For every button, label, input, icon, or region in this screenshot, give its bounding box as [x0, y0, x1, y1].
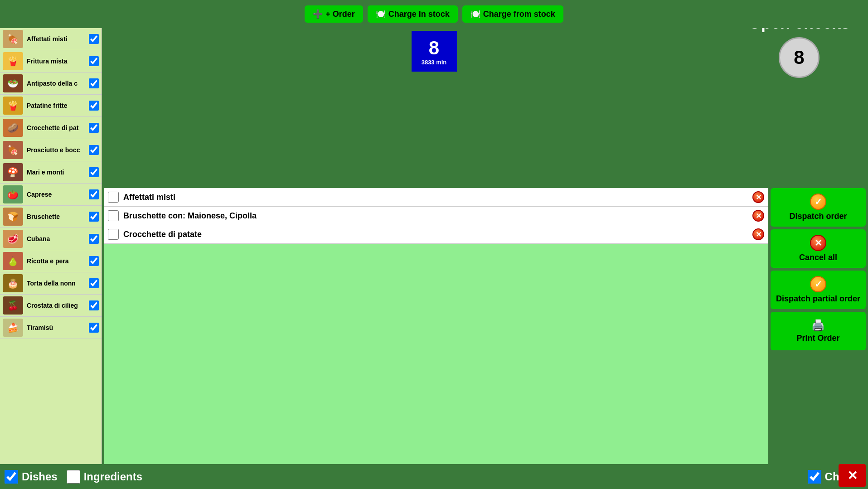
- sidebar-item[interactable]: 🍟Frittura mista: [0, 50, 102, 73]
- dish-name: Affettati misti: [27, 35, 89, 43]
- dispatch-order-button[interactable]: ✓ Dispatch order: [771, 188, 866, 227]
- dish-thumbnail: 🍒: [3, 296, 23, 315]
- open-checks-count: 8: [779, 37, 820, 78]
- order-row-checkbox[interactable]: [108, 210, 119, 221]
- table-indicator: 8 3833 min: [412, 31, 457, 72]
- dish-thumbnail: 🥔: [3, 119, 23, 137]
- dish-checkbox[interactable]: [89, 234, 99, 244]
- dish-name: Tiramisù: [27, 324, 89, 331]
- order-row-delete-button[interactable]: ✕: [752, 228, 765, 241]
- dish-thumbnail: 🍖: [3, 30, 23, 48]
- delete-circle-icon: ✕: [752, 228, 764, 240]
- checks-checkbox[interactable]: [808, 470, 821, 484]
- sidebar-item[interactable]: 🍞Bruschette: [0, 206, 102, 228]
- dish-name: Prosciutto e bocc: [27, 146, 89, 154]
- order-row-delete-button[interactable]: ✕: [752, 209, 765, 222]
- sidebar-item[interactable]: 🍟Patatine fritte: [0, 95, 102, 117]
- dish-checkbox[interactable]: [89, 123, 99, 133]
- dish-checkbox[interactable]: [89, 56, 99, 66]
- cancel-all-button[interactable]: ✕ Cancel all: [771, 229, 866, 268]
- action-buttons-panel: ✓ Dispatch order ✕ Cancel all ✓ Dispatch…: [771, 188, 866, 350]
- dispatch-partial-button[interactable]: ✓ Dispatch partial order: [771, 271, 866, 309]
- charge-from-stock-icon: 🍽️: [470, 9, 480, 19]
- dish-name: Frittura mista: [27, 58, 89, 65]
- plus-icon: ➕: [313, 9, 323, 19]
- cancel-all-label: Cancel all: [799, 253, 837, 262]
- sidebar-item[interactable]: 🍄Mari e monti: [0, 161, 102, 184]
- order-row: Bruschette con: Maionese, Cipolla✕: [104, 207, 768, 225]
- dishes-sidebar[interactable]: 🍖Affettati misti🍟Frittura mista🥗Antipast…: [0, 28, 102, 464]
- charge-from-stock-label: Charge from stock: [483, 10, 555, 19]
- dispatch-order-check-icon: ✓: [810, 194, 826, 210]
- dish-checkbox[interactable]: [89, 189, 99, 199]
- dishes-checkbox[interactable]: [5, 470, 18, 484]
- ingredients-filter[interactable]: Ingredients: [67, 470, 142, 484]
- dispatch-order-label: Dispatch order: [789, 212, 847, 221]
- dish-name: Caprese: [27, 191, 89, 198]
- dish-checkbox[interactable]: [89, 167, 99, 177]
- dish-name: Mari e monti: [27, 169, 89, 176]
- delete-circle-icon: ✕: [752, 210, 764, 222]
- ingredients-checkbox[interactable]: [67, 470, 80, 484]
- dish-thumbnail: 🍐: [3, 252, 23, 270]
- order-list: Affettati misti✕Bruschette con: Maionese…: [104, 188, 768, 244]
- sidebar-item[interactable]: 🍰Tiramisù: [0, 317, 102, 339]
- order-row-delete-button[interactable]: ✕: [752, 191, 765, 203]
- dish-thumbnail: 🥩: [3, 230, 23, 248]
- print-order-label: Print Order: [796, 334, 839, 343]
- toolbar: ➕ + Order 🍽️ Charge in stock 🍽️ Charge f…: [0, 0, 868, 28]
- order-row-checkbox[interactable]: [108, 229, 119, 240]
- sidebar-item[interactable]: 🍖Affettati misti: [0, 28, 102, 50]
- charge-in-stock-icon: 🍽️: [376, 9, 386, 19]
- dish-checkbox[interactable]: [89, 300, 99, 310]
- table-number: 8: [429, 37, 439, 59]
- dish-thumbnail: 🍟: [3, 97, 23, 115]
- table-time: 3833 min: [422, 59, 447, 66]
- dishes-label: Dishes: [22, 470, 58, 483]
- dish-thumbnail: 🎂: [3, 274, 23, 292]
- close-button[interactable]: ✕: [839, 464, 866, 487]
- sidebar-item[interactable]: 🍖Prosciutto e bocc: [0, 139, 102, 161]
- sidebar-item[interactable]: 🥗Antipasto della c: [0, 73, 102, 95]
- order-row-text: Crocchette di patate: [123, 230, 752, 239]
- dish-checkbox[interactable]: [89, 212, 99, 222]
- dishes-filter[interactable]: Dishes: [5, 470, 58, 484]
- dispatch-partial-label: Dispatch partial order: [776, 294, 860, 304]
- order-row: Affettati misti✕: [104, 188, 768, 207]
- order-row-text: Affettati misti: [123, 193, 752, 202]
- dish-thumbnail: 🍰: [3, 319, 23, 337]
- dish-thumbnail: 🥗: [3, 74, 23, 92]
- charge-in-stock-button[interactable]: 🍽️ Charge in stock: [368, 5, 458, 23]
- sidebar-item[interactable]: 🍐Ricotta e pera: [0, 250, 102, 272]
- print-order-button[interactable]: 🖨️ Print Order: [771, 312, 866, 350]
- charge-from-stock-button[interactable]: 🍽️ Charge from stock: [462, 5, 563, 23]
- dish-name: Torta della nonn: [27, 280, 89, 287]
- sidebar-item[interactable]: 🥩Cubana: [0, 228, 102, 250]
- dish-checkbox[interactable]: [89, 323, 99, 333]
- dish-name: Bruschette: [27, 213, 89, 220]
- printer-icon: 🖨️: [811, 319, 825, 332]
- order-empty-area: [104, 244, 768, 464]
- dish-checkbox[interactable]: [89, 256, 99, 266]
- order-label: + Order: [325, 10, 355, 19]
- dispatch-partial-check-icon: ✓: [810, 276, 826, 292]
- dish-name: Crostata di cilieg: [27, 302, 89, 309]
- dish-checkbox[interactable]: [89, 145, 99, 155]
- dish-checkbox[interactable]: [89, 78, 99, 88]
- delete-circle-icon: ✕: [752, 191, 764, 203]
- charge-in-stock-label: Charge in stock: [388, 10, 450, 19]
- dish-checkbox[interactable]: [89, 101, 99, 111]
- close-icon: ✕: [847, 468, 858, 483]
- order-row-checkbox[interactable]: [108, 192, 119, 203]
- sidebar-item[interactable]: 🍒Crostata di cilieg: [0, 295, 102, 317]
- order-row: Crocchette di patate✕: [104, 225, 768, 244]
- order-container: Affettati misti✕Bruschette con: Maionese…: [104, 188, 768, 464]
- sidebar-item[interactable]: 🎂Torta della nonn: [0, 272, 102, 295]
- dish-checkbox[interactable]: [89, 34, 99, 44]
- sidebar-item[interactable]: 🥔Crocchette di pat: [0, 117, 102, 139]
- order-button[interactable]: ➕ + Order: [305, 5, 363, 23]
- sidebar-item[interactable]: 🍅Caprese: [0, 184, 102, 206]
- dish-thumbnail: 🍅: [3, 185, 23, 203]
- dish-name: Ricotta e pera: [27, 257, 89, 265]
- dish-checkbox[interactable]: [89, 278, 99, 288]
